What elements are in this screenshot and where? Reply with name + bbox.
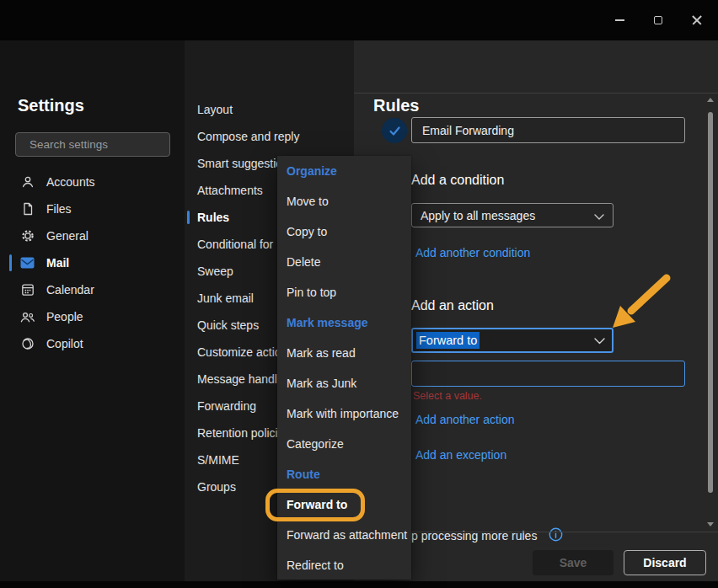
search-settings-box[interactable] (15, 132, 170, 157)
menu-item-mark-as-read[interactable]: Mark as read (277, 338, 411, 368)
chevron-down-icon (594, 209, 604, 222)
action-value-input[interactable] (411, 361, 685, 387)
menu-item-forward-to[interactable]: Forward to (277, 489, 411, 520)
add-another-condition-link[interactable]: Add another condition (415, 246, 530, 259)
settings-title: Settings (18, 96, 84, 115)
sidebar-item-label: Copilot (46, 337, 83, 350)
subnav-item-label: Message handli (197, 372, 280, 386)
sidebar-item-general[interactable]: General (0, 222, 185, 249)
gear-icon (20, 229, 35, 243)
add-action-label: Add an action (411, 298, 494, 313)
calendar-icon (20, 283, 35, 297)
sidebar-item-accounts[interactable]: Accounts (0, 168, 185, 195)
sidebar-item-label: General (46, 229, 88, 243)
sidebar-item-label: Calendar (46, 283, 94, 297)
menu-item-pin-to-top[interactable]: Pin to top (277, 277, 411, 307)
rule-name-input[interactable] (411, 117, 685, 143)
discard-button[interactable]: Discard (624, 550, 706, 575)
sidebar-item-label: Accounts (46, 175, 95, 189)
action-combobox[interactable]: Forward to (411, 328, 614, 353)
save-button[interactable]: Save (533, 550, 614, 575)
checkmark-icon (388, 126, 401, 136)
copilot-icon (20, 337, 35, 351)
window-controls (600, 0, 716, 40)
subnav-item-label: Layout (197, 103, 233, 116)
subnav-item-label: Rules (197, 211, 229, 224)
close-icon (692, 15, 702, 25)
scrollbar-up-arrow[interactable] (707, 98, 714, 102)
settings-sidebar: Settings Accounts Files (0, 40, 185, 581)
menu-item-move-to[interactable]: Move to (277, 186, 411, 216)
stop-processing-row: p processing more rules (411, 527, 563, 544)
menu-header-organize: Organize (277, 156, 411, 186)
sidebar-item-files[interactable]: Files (0, 195, 185, 222)
mail-icon (20, 256, 35, 270)
subnav-item-label: Forwarding (197, 399, 256, 413)
menu-item-redirect-to[interactable]: Redirect to (277, 550, 411, 580)
add-exception-link[interactable]: Add an exception (415, 448, 506, 462)
titlebar (0, 0, 718, 40)
subnav-item-label: Sweep (197, 265, 233, 278)
person-icon (20, 175, 35, 190)
action-dropdown-menu: Organize Move to Copy to Delete Pin to t… (277, 156, 411, 580)
sidebar-item-label: People (46, 310, 83, 323)
menu-item-categorize[interactable]: Categorize (277, 429, 411, 459)
maximize-icon (654, 16, 662, 24)
maximize-button[interactable] (639, 0, 678, 40)
sidebar-item-copilot[interactable]: Copilot (0, 330, 185, 357)
close-button[interactable] (678, 0, 716, 40)
scrollbar-down-arrow[interactable] (707, 522, 714, 527)
subnav-item-layout[interactable]: Layout (185, 96, 354, 123)
sidebar-nav: Accounts Files General Mail (0, 168, 185, 357)
sidebar-item-label: Files (46, 202, 72, 216)
subnav-item-compose-and-reply[interactable]: Compose and reply (185, 123, 354, 150)
rule-enabled-toggle[interactable] (382, 118, 407, 143)
condition-select[interactable]: Apply to all messages (411, 203, 614, 227)
settings-window: Settings Accounts Files (0, 0, 718, 588)
subnav-item-label: Attachments (197, 184, 263, 197)
menu-item-delete[interactable]: Delete (277, 247, 411, 277)
subnav-item-label: Retention polici (197, 426, 278, 440)
chevron-down-icon[interactable] (594, 334, 605, 347)
subnav-item-label: Conditional for (197, 238, 273, 251)
menu-item-mark-with-importance[interactable]: Mark with importance (277, 398, 411, 429)
subnav-item-label: Compose and reply (197, 130, 299, 143)
condition-select-value: Apply to all messages (421, 209, 535, 222)
search-settings-input[interactable] (29, 138, 179, 151)
menu-item-copy-to[interactable]: Copy to (277, 216, 411, 247)
subnav-item-label: Customize actio (197, 345, 281, 359)
minimize-button[interactable] (600, 0, 639, 40)
sidebar-item-label: Mail (46, 256, 69, 270)
subnav-item-label: Quick steps (197, 318, 259, 332)
menu-header-mark-message: Mark message (277, 307, 411, 338)
add-another-action-link[interactable]: Add another action (415, 413, 515, 426)
sidebar-item-people[interactable]: People (0, 303, 185, 330)
sidebar-item-mail[interactable]: Mail (0, 249, 185, 276)
action-value-error: Select a value. (413, 390, 482, 402)
menu-item-mark-as-junk[interactable]: Mark as Junk (277, 368, 411, 398)
scrollbar-thumb[interactable] (708, 112, 713, 493)
action-combobox-value: Forward to (416, 332, 480, 349)
subnav-item-label: Junk email (197, 291, 254, 305)
menu-item-forward-as-attachment[interactable]: Forward as attachment (277, 520, 411, 550)
header-divider (354, 93, 718, 94)
info-icon[interactable] (549, 527, 563, 544)
subnav-item-label: Groups (197, 480, 236, 494)
subnav-item-label: S/MIME (197, 453, 239, 467)
add-condition-label: Add a condition (411, 173, 504, 188)
page-title: Rules (373, 96, 419, 115)
minimize-icon (615, 19, 624, 21)
menu-header-route: Route (277, 459, 411, 489)
file-icon (20, 202, 35, 216)
people-icon (20, 310, 35, 324)
sidebar-item-calendar[interactable]: Calendar (0, 276, 185, 303)
